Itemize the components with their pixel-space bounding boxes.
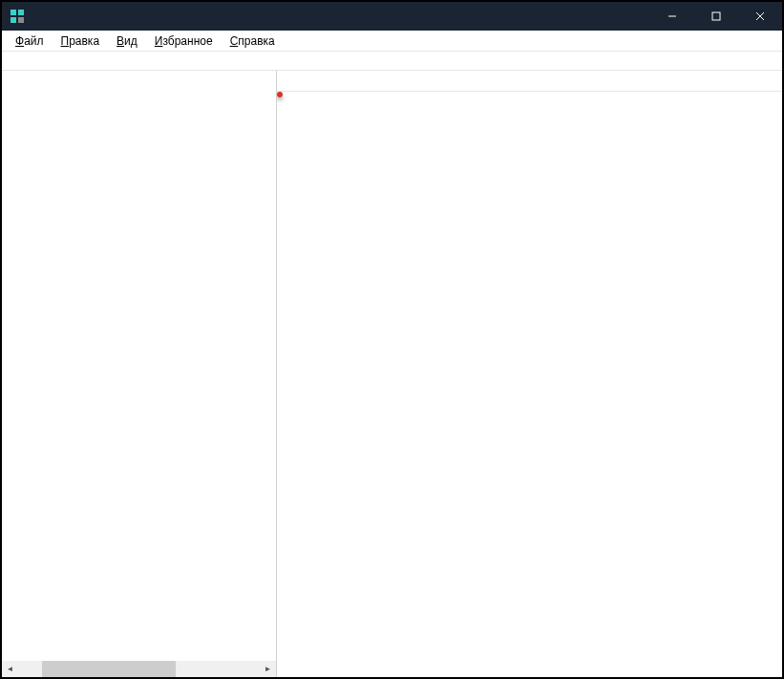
menu-edit[interactable]: Правка — [53, 32, 108, 50]
menubar: Файл Правка Вид Избранное Справка — [2, 31, 782, 52]
minimize-button[interactable] — [650, 2, 694, 31]
close-button[interactable] — [738, 2, 782, 31]
tree-panel: ◄ ► — [2, 71, 277, 677]
list-header — [277, 71, 782, 92]
list-panel — [277, 71, 782, 677]
column-value[interactable] — [657, 71, 782, 91]
maximize-button[interactable] — [694, 2, 738, 31]
highlight-annotation — [277, 92, 283, 97]
menu-help[interactable]: Справка — [222, 32, 283, 50]
app-window: Файл Правка Вид Избранное Справка ◄ ► — [0, 0, 784, 679]
scroll-right-button[interactable]: ► — [260, 661, 276, 677]
tree-h-scrollbar[interactable]: ◄ ► — [2, 661, 276, 677]
menu-view[interactable]: Вид — [109, 32, 145, 50]
menu-file[interactable]: Файл — [8, 32, 52, 50]
titlebar[interactable] — [2, 2, 782, 31]
scroll-left-button[interactable]: ◄ — [2, 661, 18, 677]
column-type[interactable] — [542, 71, 657, 91]
menu-favorites[interactable]: Избранное — [147, 32, 221, 50]
tree[interactable] — [2, 71, 276, 661]
scroll-thumb[interactable] — [42, 661, 176, 677]
address-bar[interactable] — [2, 52, 782, 71]
svg-rect-10 — [712, 12, 720, 20]
list-body — [277, 92, 782, 677]
content: ◄ ► — [2, 71, 782, 677]
window-controls — [650, 2, 782, 31]
column-name[interactable] — [277, 71, 542, 91]
scroll-track[interactable] — [18, 661, 260, 677]
app-icon — [10, 9, 25, 24]
